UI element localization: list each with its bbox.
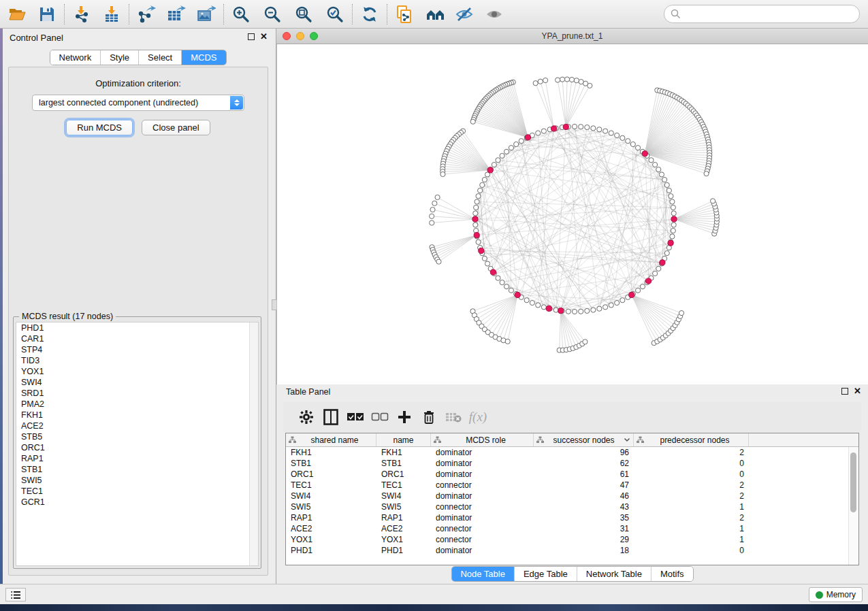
table-cell[interactable]: dominator	[431, 458, 534, 469]
float-panel-icon[interactable]	[841, 388, 848, 395]
table-cell[interactable]: ACE2	[376, 523, 431, 534]
close-panel-button[interactable]: Close panel	[142, 120, 210, 135]
unselect-all-columns-icon[interactable]	[368, 407, 392, 427]
table-row[interactable]: SWI4SWI4dominator462	[286, 491, 848, 501]
table-row[interactable]: STB1STB1dominator620	[286, 458, 848, 469]
table-cell[interactable]: connector	[431, 534, 534, 545]
optimization-criterion-select[interactable]: largest connected component (undirected)	[32, 95, 244, 111]
float-panel-icon[interactable]	[248, 33, 255, 40]
table-cell[interactable]: RAP1	[376, 512, 431, 523]
zoom-selected-icon[interactable]	[323, 3, 347, 25]
table-cell[interactable]: PHD1	[286, 545, 376, 556]
table-cell[interactable]: dominator	[431, 447, 534, 458]
mcds-result-item[interactable]: YOX1	[16, 366, 258, 377]
table-cell[interactable]: 62	[534, 458, 634, 469]
table-row[interactable]: RAP1RAP1dominator352	[286, 512, 848, 523]
minimize-window-icon[interactable]	[296, 32, 304, 40]
memory-button[interactable]: Memory	[809, 587, 863, 602]
table-cell[interactable]: 47	[534, 480, 634, 491]
tab-style[interactable]: Style	[101, 50, 139, 65]
tab-network[interactable]: Network	[50, 50, 101, 65]
clone-network-icon[interactable]	[393, 3, 416, 25]
function-builder-icon[interactable]: f(x)	[466, 407, 490, 427]
table-cell[interactable]: 46	[534, 491, 634, 501]
mcds-result-item[interactable]: SWI4	[16, 377, 258, 388]
tab-mcds[interactable]: MCDS	[182, 50, 225, 65]
table-cell[interactable]: PHD1	[376, 545, 431, 556]
create-column-icon[interactable]	[392, 407, 417, 427]
mcds-result-item[interactable]: SRD1	[16, 388, 258, 399]
mcds-result-item[interactable]: ORC1	[16, 442, 258, 453]
tab-node-table[interactable]: Node Table	[451, 567, 515, 581]
table-cell[interactable]: 2	[634, 512, 749, 523]
refresh-view-icon[interactable]	[358, 3, 381, 25]
table-cell[interactable]: 2	[634, 447, 749, 458]
table-cell[interactable]: connector	[431, 480, 534, 491]
export-image-icon[interactable]	[195, 3, 218, 25]
save-session-icon[interactable]	[35, 3, 59, 25]
search-input[interactable]	[681, 10, 851, 19]
table-cell[interactable]: YOX1	[286, 534, 376, 545]
delete-columns-icon[interactable]	[417, 407, 441, 427]
first-neighbors-icon[interactable]	[424, 3, 447, 25]
table-cell[interactable]: ORC1	[376, 469, 431, 480]
table-cell[interactable]: 96	[534, 447, 634, 458]
close-panel-icon[interactable]: ✕	[854, 388, 861, 395]
import-table-icon[interactable]	[100, 3, 123, 25]
show-all-icon[interactable]	[483, 3, 506, 25]
mcds-result-item[interactable]: ACE2	[16, 420, 258, 431]
table-row[interactable]: ACE2ACE2connector311	[286, 523, 848, 534]
column-header-MCDS-role[interactable]: MCDS role	[431, 433, 534, 446]
zoom-fit-icon[interactable]	[292, 3, 315, 25]
table-cell[interactable]: ORC1	[286, 469, 376, 480]
table-cell[interactable]: FKH1	[286, 447, 376, 458]
scrollbar-thumb[interactable]	[850, 452, 856, 512]
table-cell[interactable]: 31	[534, 523, 634, 534]
mcds-result-item[interactable]: RAP1	[16, 453, 258, 464]
export-table-icon[interactable]	[165, 3, 188, 25]
mcds-result-item[interactable]: STB1	[16, 464, 258, 475]
table-cell[interactable]: dominator	[431, 512, 534, 523]
table-row[interactable]: ORC1ORC1dominator610	[286, 469, 848, 480]
export-network-icon[interactable]	[135, 3, 158, 25]
table-cell[interactable]: ACE2	[286, 523, 376, 534]
mcds-result-list[interactable]: PHD1CAR1STP4TID3YOX1SWI4SRD1PMA2FKH1ACE2…	[16, 322, 259, 566]
close-window-icon[interactable]	[283, 32, 291, 40]
table-cell[interactable]: 43	[534, 501, 634, 512]
table-cell[interactable]: SWI4	[376, 491, 431, 501]
column-header-name[interactable]: name	[376, 433, 431, 446]
tab-edge-table[interactable]: Edge Table	[515, 567, 577, 581]
table-row[interactable]: TEC1TEC1connector472	[286, 480, 848, 491]
column-header-successor-nodes[interactable]: successor nodes	[534, 433, 634, 446]
table-cell[interactable]: 2	[634, 480, 749, 491]
tab-select[interactable]: Select	[139, 50, 182, 65]
mcds-result-scrollbar[interactable]	[249, 323, 258, 565]
column-header-shared-name[interactable]: shared name	[286, 433, 376, 446]
network-window-titlebar[interactable]: YPA_prune.txt_1	[276, 29, 868, 44]
show-panels-list-button[interactable]	[5, 588, 26, 601]
table-cell[interactable]: 29	[534, 534, 634, 545]
table-cell[interactable]: 35	[534, 512, 634, 523]
hide-selected-icon[interactable]	[453, 3, 476, 25]
delete-table-icon[interactable]	[441, 407, 466, 427]
import-network-icon[interactable]	[70, 3, 93, 25]
table-cell[interactable]: FKH1	[376, 447, 431, 458]
table-cell[interactable]: 2	[634, 491, 749, 501]
mcds-result-item[interactable]: FKH1	[16, 410, 258, 420]
table-cell[interactable]: 0	[634, 545, 749, 556]
maximize-window-icon[interactable]	[310, 32, 318, 40]
open-file-icon[interactable]	[5, 3, 29, 25]
select-all-columns-icon[interactable]	[343, 407, 368, 427]
table-cell[interactable]: YOX1	[376, 534, 431, 545]
show-column-panel-icon[interactable]	[319, 407, 343, 427]
mcds-result-item[interactable]: PMA2	[16, 399, 258, 410]
mcds-result-item[interactable]: GCR1	[16, 497, 258, 508]
mcds-result-item[interactable]: PHD1	[16, 323, 258, 333]
table-cell[interactable]: dominator	[431, 545, 534, 556]
table-cell[interactable]: 0	[634, 458, 749, 469]
mcds-result-item[interactable]: SWI5	[16, 475, 258, 486]
table-cell[interactable]: SWI5	[286, 501, 376, 512]
table-scrollbar[interactable]	[848, 447, 858, 565]
table-cell[interactable]: dominator	[431, 491, 534, 501]
zoom-out-icon[interactable]	[261, 3, 284, 25]
